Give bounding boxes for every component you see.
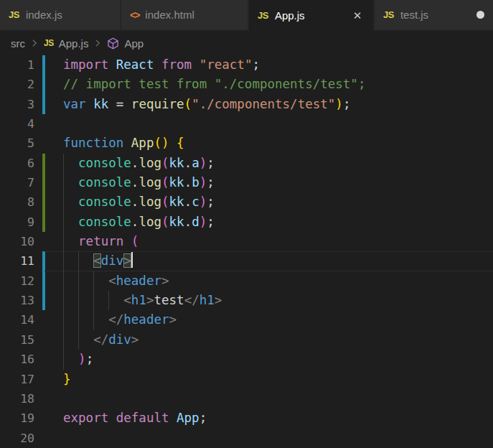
line-number[interactable]: 7 [0,173,34,192]
matched-bracket: < [93,253,101,268]
line-number[interactable]: 13 [0,291,34,310]
code-line-content[interactable]: </header> [44,310,493,330]
code-line-16: 16 ); [0,350,493,369]
line-number[interactable]: 1 [0,55,34,75]
breadcrumb: srcJSApp.jsApp [0,31,493,55]
text-cursor [131,252,133,268]
line-number[interactable]: 15 [0,330,34,350]
line-number[interactable]: 8 [0,192,34,212]
chevron-right-icon [29,38,39,48]
tab-index-js[interactable]: JSindex.js [0,0,120,29]
code-line-2: 2// import test from "./components/test"… [0,75,493,94]
code-line-content[interactable]: </div> [44,330,493,350]
tab-label: index.html [145,9,194,21]
modified-dot-icon[interactable] [476,11,484,19]
code-line-1: 1import React from "react"; [0,55,493,75]
code-line-content[interactable]: console.log(kk.c); [44,192,493,212]
line-number[interactable]: 14 [0,310,34,330]
line-number[interactable]: 9 [0,213,34,232]
tab-label: test.js [400,9,428,21]
javascript-file-icon: JS [383,9,394,20]
code-line-content[interactable]: var kk = require("./components/test"); [44,95,493,114]
code-line-11: 11 <div> [0,251,493,271]
code-line-content[interactable]: // import test from "./components/test"; [44,75,493,94]
line-number[interactable]: 5 [0,134,34,153]
line-number[interactable]: 3 [0,95,34,114]
code-line-content[interactable]: } [44,370,493,389]
line-number[interactable]: 11 [0,251,34,271]
code-line-3: 3var kk = require("./components/test"); [0,95,493,114]
code-line-12: 12 <header> [0,271,493,291]
tab-label: index.js [26,9,62,21]
code-line-content[interactable]: import React from "react"; [44,55,493,75]
breadcrumb-label: src [11,37,25,50]
line-number[interactable]: 10 [0,232,34,251]
matched-bracket: > [123,253,131,268]
code-line-18: 18 [0,389,493,409]
line-number[interactable]: 20 [0,429,34,448]
line-number[interactable]: 16 [0,350,34,369]
code-line-5: 5function App() { [0,134,493,153]
code-line-content[interactable]: ); [44,350,493,369]
line-number[interactable]: 4 [0,114,34,134]
code-line-content[interactable] [44,114,493,134]
close-icon[interactable]: ✕ [350,9,365,23]
line-number[interactable]: 12 [0,271,34,291]
line-number[interactable]: 19 [0,409,34,428]
code-line-17: 17} [0,370,493,389]
code-line-15: 15 </div> [0,330,493,350]
line-number[interactable]: 2 [0,75,34,94]
javascript-file-icon: JS [44,38,54,48]
breadcrumb-item-src[interactable]: src [11,37,25,50]
code-line-8: 8 console.log(kk.c); [0,192,493,212]
code-line-content[interactable]: function App() { [44,134,493,153]
line-number[interactable]: 6 [0,154,34,173]
tab-app-js[interactable]: JSApp.js✕ [249,0,373,31]
tab-index-html[interactable]: <>index.html [121,0,248,29]
code-line-4: 4 [0,114,493,134]
javascript-file-icon: JS [9,9,19,20]
line-number[interactable]: 18 [0,389,34,409]
code-line-content[interactable]: export default App; [44,409,493,428]
code-line-9: 9 console.log(kk.d); [0,213,493,232]
tab-label: App.js [275,9,305,22]
code-line-20: 20 [0,429,493,448]
code-line-content[interactable]: console.log(kk.d); [44,213,493,232]
breadcrumb-label: App [124,37,144,50]
code-line-19: 19export default App; [0,409,493,428]
javascript-file-icon: JS [258,10,268,21]
code-line-6: 6 console.log(kk.a); [0,154,493,173]
breadcrumb-item-app-js[interactable]: JSApp.js [44,37,88,50]
code-line-content[interactable] [44,429,493,448]
code-line-content[interactable]: console.log(kk.b); [44,173,493,192]
code-line-content[interactable]: console.log(kk.a); [44,154,493,173]
code-line-10: 10 return ( [0,232,493,251]
line-number[interactable]: 17 [0,370,34,389]
code-line-7: 7 console.log(kk.b); [0,173,493,192]
breadcrumb-item-app[interactable]: App [107,37,144,50]
code-line-content[interactable]: <h1>test</h1> [44,291,493,310]
code-line-14: 14 </header> [0,310,493,330]
code-line-13: 13 <h1>test</h1> [0,291,493,310]
chevron-right-icon [93,38,103,48]
editor-lines: 1import React from "react";2// import te… [0,55,493,448]
code-line-content[interactable] [44,389,493,409]
tab-test-js[interactable]: JStest.js [375,0,493,29]
code-line-content[interactable]: <header> [44,271,493,291]
code-line-content[interactable]: return ( [44,232,493,251]
tab-bar: JSindex.js<>index.htmlJSApp.js✕JStest.js [0,0,493,31]
breadcrumb-label: App.js [59,37,89,50]
html-file-icon: <> [130,9,138,21]
symbol-method-icon [107,37,119,50]
code-line-content[interactable]: <div> [44,251,493,271]
